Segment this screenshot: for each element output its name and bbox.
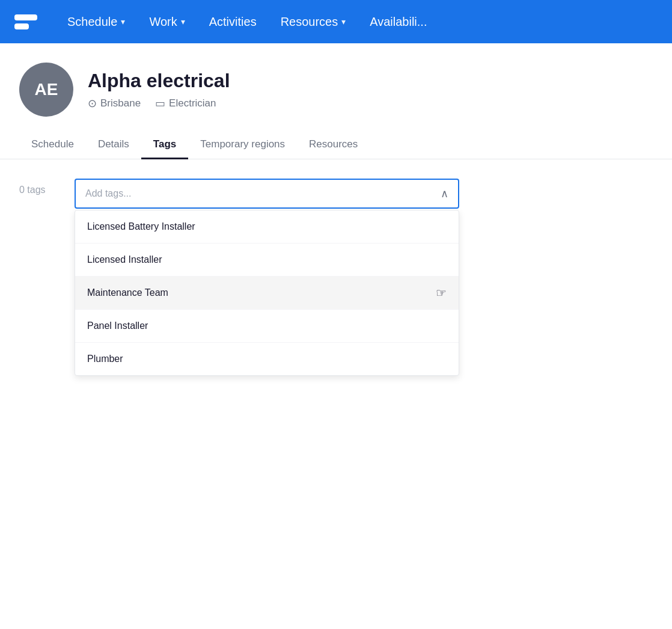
- chevron-down-icon: ▾: [181, 17, 185, 26]
- nav-item-availability[interactable]: Availabili...: [360, 10, 436, 34]
- tab-schedule[interactable]: Schedule: [19, 131, 86, 159]
- logo[interactable]: [14, 11, 43, 32]
- dropdown-item-maintenance-team[interactable]: Maintenance Team ☞: [75, 277, 459, 310]
- profile-meta: ⊙ Brisbane ▭ Electrician: [88, 97, 230, 110]
- add-tags-input[interactable]: Add tags... ∧: [75, 179, 459, 209]
- tab-resources[interactable]: Resources: [297, 131, 370, 159]
- nav-item-work[interactable]: Work ▾: [139, 10, 194, 34]
- item-label: Maintenance Team: [87, 287, 168, 298]
- tags-dropdown-list: Licensed Battery Installer Licensed Inst…: [75, 210, 459, 376]
- dropdown-item-panel-installer[interactable]: Panel Installer: [75, 310, 459, 343]
- briefcase-icon: ▭: [155, 97, 165, 110]
- nav-item-schedule[interactable]: Schedule ▾: [58, 10, 135, 34]
- avatar-initials: AE: [35, 80, 58, 99]
- chevron-up-icon: ∧: [441, 187, 448, 200]
- dropdown-item-licensed-installer[interactable]: Licensed Installer: [75, 244, 459, 277]
- item-label: Licensed Installer: [87, 254, 162, 265]
- avatar: AE: [19, 63, 73, 117]
- tags-count: 0 tags: [19, 179, 55, 195]
- chevron-down-icon: ▾: [121, 17, 125, 26]
- profile-location: ⊙ Brisbane: [88, 97, 141, 110]
- profile-name: Alpha electrical: [88, 70, 230, 92]
- location-label: Brisbane: [100, 97, 141, 109]
- tab-temporary-regions[interactable]: Temporary regions: [188, 131, 297, 159]
- item-label: Plumber: [87, 354, 123, 364]
- content-area: 0 tags Add tags... ∧ Licensed Battery In…: [0, 159, 672, 228]
- nav-label-work: Work: [149, 15, 177, 29]
- profile-section: AE Alpha electrical ⊙ Brisbane ▭ Electri…: [0, 43, 672, 117]
- top-navigation: Schedule ▾ Work ▾ Activities Resources ▾…: [0, 0, 672, 43]
- role-label: Electrician: [169, 97, 216, 109]
- tags-dropdown-scroll[interactable]: Licensed Battery Installer Licensed Inst…: [75, 210, 459, 375]
- profile-info: Alpha electrical ⊙ Brisbane ▭ Electricia…: [88, 70, 230, 110]
- add-tags-placeholder: Add tags...: [85, 188, 132, 199]
- item-label: Panel Installer: [87, 321, 148, 331]
- tabs-bar: Schedule Details Tags Temporary regions …: [0, 131, 672, 159]
- nav-item-activities[interactable]: Activities: [200, 10, 266, 34]
- nav-label-activities: Activities: [209, 15, 257, 29]
- location-icon: ⊙: [88, 97, 97, 110]
- chevron-down-icon: ▾: [341, 17, 346, 26]
- profile-role: ▭ Electrician: [155, 97, 216, 110]
- item-label: Licensed Battery Installer: [87, 221, 195, 232]
- tab-tags[interactable]: Tags: [141, 131, 188, 159]
- nav-label-schedule: Schedule: [67, 15, 117, 29]
- tags-dropdown-container: Add tags... ∧ Licensed Battery Installer…: [75, 179, 459, 209]
- dropdown-item-licensed-battery[interactable]: Licensed Battery Installer: [75, 210, 459, 244]
- dropdown-item-plumber[interactable]: Plumber: [75, 343, 459, 375]
- nav-label-resources: Resources: [281, 15, 338, 29]
- nav-label-availability: Availabili...: [370, 15, 427, 29]
- tab-details[interactable]: Details: [86, 131, 141, 159]
- hand-cursor-icon: ☞: [436, 286, 447, 300]
- nav-item-resources[interactable]: Resources ▾: [271, 10, 356, 34]
